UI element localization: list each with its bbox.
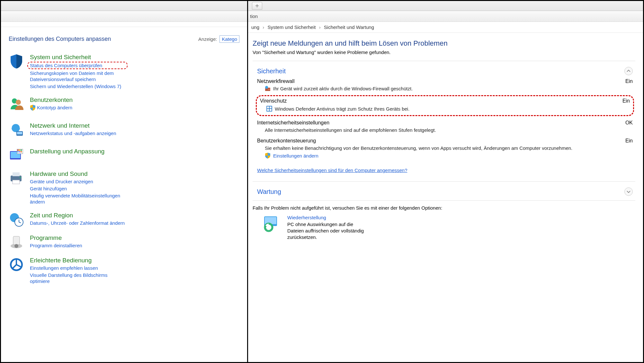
view-by-select[interactable]: Katego — [219, 35, 239, 43]
category-heading[interactable]: Erleichterte Bedienung — [30, 257, 128, 264]
item-virus-state: Ein — [622, 98, 630, 104]
svg-rect-16 — [13, 180, 20, 184]
category-heading[interactable]: Programme — [30, 234, 82, 241]
section-security-title[interactable]: Sicherheit — [257, 68, 286, 75]
svg-rect-23 — [13, 236, 20, 245]
item-inet-desc: Alle Internetsicherheitseinstellungen si… — [265, 127, 436, 133]
section-maintenance: Wartung — [253, 181, 635, 201]
alternatives-text: Falls Ihr Problem nicht aufgeführt ist, … — [253, 201, 635, 211]
category-system-security: System und Sicherheit Status des Compute… — [9, 54, 128, 89]
left-toolbar — [1, 11, 247, 22]
link-devices-printers[interactable]: Geräte und Drucker anzeigen — [30, 178, 128, 185]
link-change-uac-settings[interactable]: Einstellungen ändern — [273, 153, 318, 159]
chevron-up-icon[interactable] — [624, 67, 633, 75]
svg-rect-12 — [19, 151, 20, 152]
category-heading[interactable]: Hardware und Sound — [30, 170, 128, 177]
svg-rect-29 — [268, 89, 270, 90]
item-uac-name: Benutzerkontensteuerung — [257, 138, 316, 144]
page-title: Einstellungen des Computers anpassen — [9, 36, 111, 42]
firewall-icon — [265, 86, 271, 91]
page-heading: Zeigt neue Meldungen an und hilft beim L… — [253, 39, 635, 48]
item-firewall-state: Ein — [625, 78, 633, 84]
item-inet-name: Internetsicherheitseinstellungen — [257, 120, 329, 126]
security-maintenance-pane: tion ung › System und Sicherheit › Siche… — [248, 1, 643, 362]
svg-point-30 — [265, 86, 268, 89]
toolbar-fragment: tion — [250, 14, 258, 19]
item-firewall: Netzwerkfirewall Ein Ihr Gerät wird zurz… — [253, 75, 635, 93]
svg-rect-15 — [13, 172, 20, 176]
link-recommend-settings[interactable]: Einstellungen empfehlen lassen — [30, 265, 128, 271]
item-virus-name: Virenschutz — [260, 98, 287, 104]
svg-rect-8 — [17, 150, 19, 151]
ease-of-access-icon — [9, 257, 24, 272]
svg-rect-13 — [21, 151, 22, 152]
svg-point-24 — [14, 244, 18, 248]
section-maintenance-title[interactable]: Wartung — [257, 188, 281, 195]
link-uninstall-program[interactable]: Programm deinstallieren — [30, 242, 82, 249]
category-heading[interactable]: Benutzerkonten — [30, 96, 73, 104]
category-programs: Programme Programm deinstallieren — [9, 234, 128, 250]
link-backup-restore[interactable]: Sichern und Wiederherstellen (Windows 7) — [30, 83, 128, 89]
item-firewall-name: Netzwerkfirewall — [257, 78, 294, 84]
uac-shield-icon — [265, 153, 271, 159]
link-network-status[interactable]: Netzwerkstatus und -aufgaben anzeigen — [30, 130, 116, 136]
item-uac-state: Ein — [625, 138, 633, 144]
svg-rect-9 — [19, 150, 20, 151]
view-by-label: Anzeige: — [198, 36, 217, 42]
recovery-icon — [262, 214, 280, 232]
crumb-1[interactable]: System und Sicherheit — [267, 24, 316, 30]
item-uac: Benutzerkontensteuerung Ein Sie erhalten… — [253, 135, 635, 161]
link-mobility-settings[interactable]: Häufig verwendete Mobilitätseinstellunge… — [30, 193, 128, 205]
chevron-down-icon[interactable] — [624, 187, 633, 196]
breadcrumb: ung › System und Sicherheit › Sicherheit… — [248, 22, 643, 33]
defender-icon — [266, 106, 272, 112]
item-firewall-desc: Ihr Gerät wird zurzeit aktiv durch die W… — [273, 86, 413, 92]
crumb-2[interactable]: Sicherheit und Wartung — [324, 24, 374, 30]
recovery-desc: PC ohne Auswirkungen auf die Dateien auf… — [287, 221, 371, 241]
programs-icon — [9, 234, 24, 250]
clock-globe-icon — [9, 212, 24, 227]
link-file-history[interactable]: Sicherungskopien von Dateien mit dem Dat… — [30, 70, 128, 82]
svg-rect-4 — [17, 132, 22, 134]
link-check-computer-status[interactable]: Status des Computers überprüfen — [30, 63, 102, 68]
control-panel-pane: Einstellungen des Computers anpassen Anz… — [1, 1, 248, 362]
section-security: Sicherheit Netzwerkfirewall Ein Ihr Gerä… — [253, 61, 635, 181]
item-inet-state: OK — [625, 120, 633, 126]
link-recovery[interactable]: Wiederherstellung — [287, 214, 371, 221]
category-ease-of-access: Erleichterte Bedienung Einstellungen emp… — [9, 257, 128, 284]
personalization-icon — [9, 148, 24, 163]
link-change-account-type[interactable]: Kontotyp ändern — [37, 104, 72, 111]
svg-rect-35 — [265, 217, 276, 224]
link-optimize-visual[interactable]: Visuelle Darstellung des Bildschirms opt… — [30, 272, 128, 284]
globe-icon — [9, 122, 24, 138]
item-uac-desc: Sie erhalten keine Benachrichtigung von … — [265, 145, 572, 151]
category-user-accounts: Benutzerkonten Kontotyp ändern — [9, 96, 128, 112]
svg-point-17 — [20, 177, 21, 178]
svg-rect-10 — [21, 150, 22, 151]
right-tabstrip — [248, 1, 643, 11]
view-by: Anzeige: Katego — [198, 35, 239, 43]
highlight-virus-protection: Virenschutz Ein Windows Defender Antivir… — [256, 95, 634, 116]
item-internet-security: Internetsicherheitseinstellungen OK Alle… — [253, 117, 635, 135]
svg-point-1 — [16, 100, 21, 105]
new-tab-button[interactable] — [252, 2, 262, 10]
category-time-region: Zeit und Region Datums-, Uhrzeit- oder Z… — [9, 212, 128, 227]
right-toolbar: tion — [248, 11, 643, 22]
svg-rect-11 — [17, 151, 19, 152]
printer-icon — [9, 170, 24, 186]
left-tabstrip — [1, 1, 247, 11]
category-heading[interactable]: System und Sicherheit — [30, 54, 128, 61]
category-heading[interactable]: Netzwerk und Internet — [30, 122, 116, 129]
link-which-security-settings[interactable]: Welche Sicherheitseinstellungen sind für… — [257, 168, 407, 173]
category-heading[interactable]: Darstellung und Anpassung — [30, 148, 104, 155]
recovery-option: Wiederherstellung PC ohne Auswirkungen a… — [253, 211, 635, 240]
crumb-0[interactable]: ung — [251, 24, 259, 30]
category-network: Netzwerk und Internet Netzwerkstatus und… — [9, 122, 128, 138]
link-add-device[interactable]: Gerät hinzufügen — [30, 186, 128, 192]
category-appearance: Darstellung und Anpassung — [9, 148, 128, 163]
highlight-check-status: Status des Computers überprüfen — [27, 62, 128, 69]
link-date-time-format[interactable]: Datums-, Uhrzeit- oder Zahlenformat ände… — [30, 220, 125, 226]
page-subtext: Von "Sicherheit und Wartung" wurden kein… — [253, 50, 635, 55]
category-heading[interactable]: Zeit und Region — [30, 212, 125, 219]
uac-shield-icon — [30, 105, 36, 111]
